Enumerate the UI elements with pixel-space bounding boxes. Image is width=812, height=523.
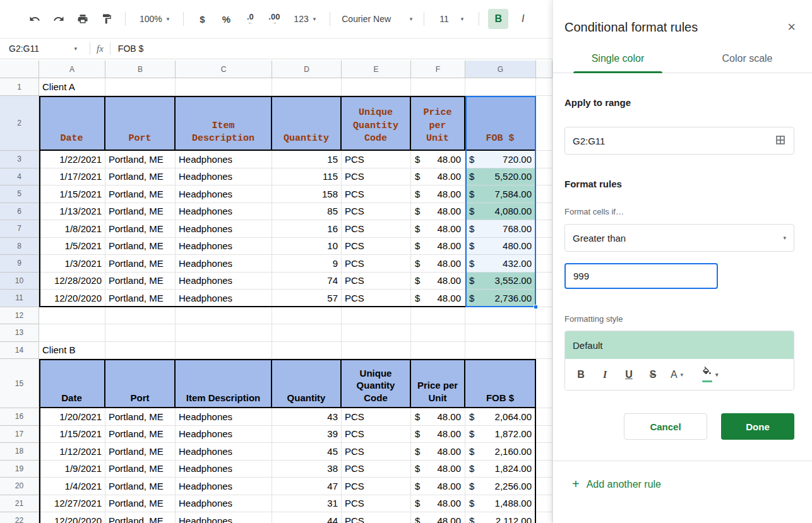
cell-qty[interactable]: 57 [272, 290, 342, 307]
cell-fob[interactable]: $2,160.00 [465, 443, 536, 461]
cell-code[interactable]: PCS [342, 443, 411, 461]
cell-fob[interactable]: $1,872.00 [465, 426, 536, 444]
header-cell-A15[interactable]: Date [39, 359, 105, 408]
cell[interactable] [272, 324, 342, 342]
cell-port[interactable]: Portland, ME [105, 290, 176, 307]
cell[interactable] [536, 324, 552, 342]
cell-price[interactable]: $48.00 [411, 426, 465, 444]
cell-code[interactable]: PCS [342, 255, 411, 273]
cell[interactable] [342, 307, 411, 325]
row-header-21[interactable]: 21 [0, 495, 39, 513]
style-underline-button[interactable]: U [621, 365, 637, 385]
cell[interactable] [536, 443, 552, 461]
font-size-select[interactable]: 11▾ [433, 14, 470, 24]
cell-date[interactable]: 1/9/2021 [39, 461, 105, 478]
cell-port[interactable]: Portland, ME [105, 461, 176, 478]
cell-fob[interactable]: $2,112.00 [465, 512, 536, 523]
cell-fob[interactable]: $432.00 [465, 255, 536, 273]
cell-price[interactable]: $48.00 [411, 151, 465, 168]
cell-qty[interactable]: 10 [272, 238, 342, 256]
cell-price[interactable]: $48.00 [411, 238, 465, 256]
cell[interactable] [272, 78, 342, 96]
cell[interactable] [411, 342, 465, 360]
style-bold-button[interactable]: B [573, 365, 589, 385]
cell[interactable] [536, 255, 552, 273]
cell-port[interactable]: Portland, ME [105, 443, 176, 461]
tab-color-scale[interactable]: Color scale [683, 48, 812, 73]
cell-port[interactable]: Portland, ME [105, 255, 176, 273]
cell-price[interactable]: $48.00 [411, 408, 465, 426]
cell-item[interactable]: Headphones [176, 255, 272, 273]
style-strikethrough-button[interactable]: S [645, 365, 661, 385]
cell-fob[interactable]: $720.00 [465, 151, 536, 168]
close-icon[interactable]: × [787, 19, 796, 35]
cell-item[interactable]: Headphones [176, 426, 272, 444]
font-family-select[interactable]: Courier New▾ [339, 14, 415, 24]
grid-corner[interactable] [0, 61, 39, 78]
cell[interactable] [536, 512, 552, 523]
cell[interactable] [536, 273, 552, 290]
cell-qty[interactable]: 115 [272, 168, 342, 186]
cell-date[interactable]: 1/8/2021 [39, 220, 105, 238]
cell-item[interactable]: Headphones [176, 478, 272, 495]
cell-qty[interactable]: 45 [272, 443, 342, 461]
cell-port[interactable]: Portland, ME [105, 478, 176, 495]
cell[interactable] [411, 324, 465, 342]
cell-item[interactable]: Headphones [176, 220, 272, 238]
cell-price[interactable]: $48.00 [411, 512, 465, 523]
cell-item[interactable]: Headphones [176, 273, 272, 290]
cell-port[interactable]: Portland, ME [105, 408, 176, 426]
fill-color-button[interactable]: ▾ [702, 365, 719, 385]
cell-item[interactable]: Headphones [176, 185, 272, 203]
row-header-13[interactable]: 13 [0, 324, 39, 342]
cell-date[interactable]: 12/27/2021 [39, 495, 105, 513]
row-header-1[interactable]: 1 [0, 78, 39, 96]
cell-code[interactable]: PCS [342, 185, 411, 203]
cell-port[interactable]: Portland, ME [105, 512, 176, 523]
header-cell-G2[interactable]: FOB $ [465, 96, 536, 151]
row-header-11[interactable]: 11 [0, 290, 39, 307]
cell-code[interactable]: PCS [342, 290, 411, 307]
cell-date[interactable]: 1/13/2021 [39, 203, 105, 221]
cell-date[interactable]: 1/22/2021 [39, 151, 105, 168]
cell-fob[interactable]: $1,824.00 [465, 461, 536, 478]
cell[interactable] [272, 342, 342, 360]
cell-port[interactable]: Portland, ME [105, 495, 176, 513]
cell-item[interactable]: Headphones [176, 495, 272, 513]
cell-date[interactable]: 1/17/2021 [39, 168, 105, 186]
cell-fob[interactable]: $1,488.00 [465, 495, 536, 513]
fill-handle[interactable] [534, 305, 538, 309]
cell[interactable] [105, 307, 176, 325]
cell-price[interactable]: $48.00 [411, 220, 465, 238]
text-color-button[interactable]: A▾ [669, 365, 685, 385]
cell-qty[interactable]: 38 [272, 461, 342, 478]
header-cell-E15[interactable]: Unique Quantity Code [342, 359, 411, 408]
cell-code[interactable]: PCS [342, 273, 411, 290]
header-cell-B15[interactable]: Port [105, 359, 176, 408]
column-header-B[interactable]: B [105, 61, 176, 78]
cancel-button[interactable]: Cancel [624, 413, 707, 440]
row-header-18[interactable]: 18 [0, 443, 39, 461]
cell-fob[interactable]: $2,256.00 [465, 478, 536, 495]
zoom-select[interactable]: 100%▾ [134, 9, 174, 28]
cell-code[interactable]: PCS [342, 478, 411, 495]
cell-port[interactable]: Portland, ME [105, 168, 176, 186]
add-rule-button[interactable]: + Add another rule [553, 461, 812, 491]
cell-code[interactable]: PCS [342, 408, 411, 426]
condition-value-input[interactable]: 999 [564, 263, 718, 289]
cell[interactable] [536, 185, 552, 203]
header-cell-D2[interactable]: Quantity [272, 96, 342, 151]
cell-fob[interactable]: $2,064.00 [465, 408, 536, 426]
cell[interactable] [105, 324, 176, 342]
cell-code[interactable]: PCS [342, 168, 411, 186]
cell-item[interactable]: Headphones [176, 238, 272, 256]
cell[interactable] [536, 359, 552, 408]
row-header-16[interactable]: 16 [0, 408, 39, 426]
cell-price[interactable]: $48.00 [411, 273, 465, 290]
cell-port[interactable]: Portland, ME [105, 220, 176, 238]
cell-port[interactable]: Portland, ME [105, 203, 176, 221]
style-italic-button[interactable]: I [597, 365, 613, 385]
cell[interactable] [105, 342, 176, 360]
cell-code[interactable]: PCS [342, 238, 411, 256]
cell[interactable] [411, 307, 465, 325]
